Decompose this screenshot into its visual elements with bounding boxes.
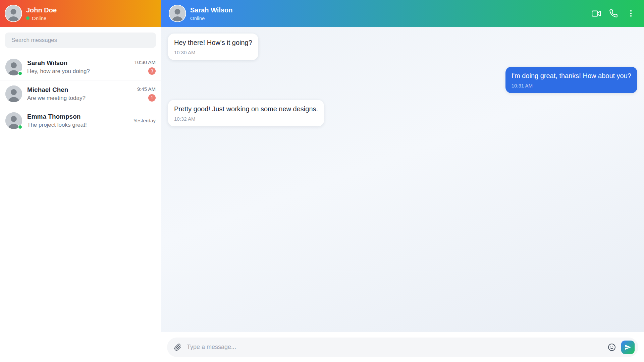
- conversation-time: Yesterday: [133, 118, 156, 123]
- voice-call-button[interactable]: [608, 8, 619, 18]
- conversation-list: Sarah Wilson Hey, how are you doing? 10:…: [0, 54, 161, 362]
- message-text: Hey there! How's it going?: [174, 38, 252, 47]
- message-time: 10:30 AM: [174, 50, 252, 55]
- chat-actions: [591, 8, 636, 18]
- person-silhouette-icon: [5, 5, 21, 21]
- message-time: 10:31 AM: [512, 83, 631, 88]
- conversation-preview: The project looks great!: [27, 122, 87, 128]
- person-silhouette-icon: [169, 5, 185, 21]
- conversation-item-emma-thompson[interactable]: Emma Thompson The project looks great! Y…: [0, 107, 161, 134]
- smiley-icon: [608, 343, 616, 351]
- search-section: [0, 27, 161, 54]
- search-input[interactable]: [5, 33, 156, 48]
- paperclip-icon: [174, 344, 181, 351]
- avatar: [5, 59, 22, 75]
- video-call-button[interactable]: [591, 8, 601, 18]
- emoji-button[interactable]: [607, 343, 616, 352]
- conversation-texts: Michael Chen Are we meeting today?: [27, 86, 86, 102]
- message-list: Hey there! How's it going? 10:30 AM I'm …: [161, 27, 644, 332]
- avatar: [169, 5, 185, 21]
- conversation-preview: Are we meeting today?: [27, 95, 86, 102]
- conversation-time: 9:45 AM: [137, 86, 156, 92]
- sidebar: John Doe Online: [0, 0, 161, 362]
- current-user-info: John Doe Online: [26, 6, 57, 21]
- conversation-time: 10:30 AM: [135, 59, 156, 65]
- chat-contact-status: Online: [190, 15, 233, 21]
- conversation-name: Emma Thompson: [27, 113, 87, 121]
- conversation-item-michael-chen[interactable]: Michael Chen Are we meeting today? 9:45 …: [0, 80, 161, 107]
- send-button[interactable]: [621, 341, 635, 354]
- online-dot-icon: [26, 16, 30, 20]
- avatar: [5, 112, 22, 129]
- outgoing-message: I'm doing great, thanks! How about you? …: [505, 67, 637, 93]
- message-time: 10:32 AM: [174, 116, 318, 122]
- incoming-message: Hey there! How's it going? 10:30 AM: [168, 34, 258, 60]
- current-user-status: Online: [26, 15, 57, 21]
- composer: [161, 332, 644, 362]
- conversation-texts: Sarah Wilson Hey, how are you doing?: [27, 59, 90, 75]
- chat-pane: Sarah Wilson Online: [161, 0, 644, 362]
- chat-contact-info: Sarah Wilson Online: [190, 6, 233, 21]
- online-dot-icon: [18, 125, 22, 129]
- conversation-preview: Hey, how are you doing?: [27, 68, 90, 75]
- message-text: Pretty good! Just working on some new de…: [174, 105, 318, 113]
- conversation-meta: Yesterday: [125, 118, 156, 123]
- conversation-meta: 9:45 AM 1: [125, 86, 156, 102]
- unread-badge: 3: [148, 67, 156, 75]
- chat-contact-name: Sarah Wilson: [190, 6, 233, 14]
- avatar: [5, 5, 21, 21]
- attach-file-button[interactable]: [173, 343, 182, 352]
- conversation-item-sarah-wilson[interactable]: Sarah Wilson Hey, how are you doing? 10:…: [0, 54, 161, 80]
- send-icon: [625, 344, 631, 351]
- avatar: [5, 85, 22, 102]
- person-silhouette-icon: [5, 85, 22, 102]
- video-camera-icon: [592, 9, 601, 18]
- message-text: I'm doing great, thanks! How about you?: [512, 71, 631, 80]
- current-user-status-text: Online: [32, 15, 46, 21]
- chat-app: John Doe Online: [0, 0, 644, 362]
- conversation-meta: 10:30 AM 3: [125, 59, 156, 75]
- conversation-name: Sarah Wilson: [27, 59, 90, 67]
- phone-icon: [609, 9, 618, 18]
- composer-pill: [167, 338, 638, 357]
- conversation-name: Michael Chen: [27, 86, 86, 94]
- kebab-menu-icon: [627, 9, 635, 18]
- more-options-button[interactable]: [626, 8, 636, 18]
- unread-badge: 1: [148, 94, 156, 102]
- sidebar-header: John Doe Online: [0, 0, 161, 27]
- online-dot-icon: [18, 71, 22, 76]
- current-user-name: John Doe: [26, 6, 57, 14]
- message-input[interactable]: [187, 344, 602, 351]
- chat-header: Sarah Wilson Online: [161, 0, 644, 27]
- incoming-message: Pretty good! Just working on some new de…: [168, 100, 324, 126]
- conversation-texts: Emma Thompson The project looks great!: [27, 113, 87, 129]
